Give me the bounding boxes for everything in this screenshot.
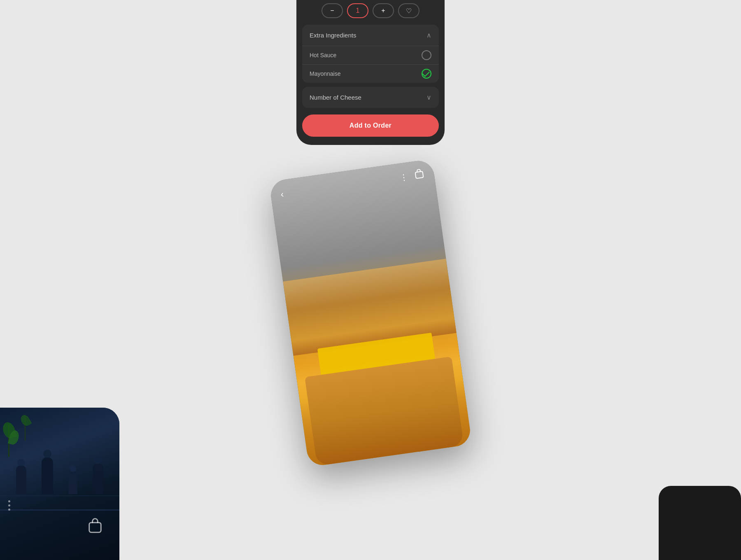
add-to-order-button[interactable]: Add to Order <box>302 114 439 137</box>
quantity-row: − 1 + ♡ <box>296 0 445 25</box>
chevron-down-icon: ∨ <box>426 93 431 101</box>
restaurant-photo <box>0 408 119 560</box>
svg-rect-0 <box>415 171 424 178</box>
number-of-cheese-header[interactable]: Number of Cheese ∨ <box>302 87 439 108</box>
extra-ingredients-title: Extra Ingredients <box>310 32 356 39</box>
people-silhouettes <box>0 445 119 494</box>
phone-top-bar: ‹ ⋮ <box>269 159 436 210</box>
dot-1 <box>8 500 10 502</box>
top-phone-card: − 1 + ♡ Extra Ingredients ∧ Hot Sauce Ma… <box>296 0 445 145</box>
chevron-up-icon: ∧ <box>426 31 431 39</box>
left-restaurant-card <box>0 408 119 560</box>
svg-rect-1 <box>89 523 101 532</box>
hot-sauce-label: Hot Sauce <box>310 52 336 58</box>
favorite-button[interactable]: ♡ <box>398 3 419 18</box>
left-bag-icon[interactable] <box>87 518 103 534</box>
right-phone-card <box>659 486 741 560</box>
hot-sauce-radio[interactable] <box>422 50 431 60</box>
phone-inner: ‹ ⋮ <box>269 159 472 467</box>
increase-button[interactable]: + <box>373 3 394 18</box>
number-of-cheese-title: Number of Cheese <box>310 94 361 101</box>
bottom-phone-card: ‹ ⋮ <box>269 159 472 467</box>
decrease-button[interactable]: − <box>322 3 343 18</box>
extra-ingredients-section: Extra Ingredients ∧ Hot Sauce Mayonnaise <box>302 25 439 83</box>
food-image <box>283 259 472 467</box>
bag-icon[interactable] <box>414 168 425 182</box>
left-bag-icon-container <box>87 518 103 535</box>
mayonnaise-label: Mayonnaise <box>310 70 341 77</box>
hot-sauce-row[interactable]: Hot Sauce <box>302 46 439 64</box>
dot-3 <box>8 509 10 511</box>
dots-indicator <box>8 500 10 511</box>
mayonnaise-radio[interactable] <box>422 69 431 79</box>
more-options-icon[interactable]: ⋮ <box>399 172 410 182</box>
mayonnaise-row[interactable]: Mayonnaise <box>302 64 439 83</box>
extra-ingredients-header[interactable]: Extra Ingredients ∧ <box>302 25 439 46</box>
dot-2 <box>8 504 10 506</box>
quantity-value[interactable]: 1 <box>347 3 368 18</box>
top-right-icons: ⋮ <box>399 168 425 184</box>
number-of-cheese-section: Number of Cheese ∨ <box>302 87 439 108</box>
back-button[interactable]: ‹ <box>280 189 284 200</box>
